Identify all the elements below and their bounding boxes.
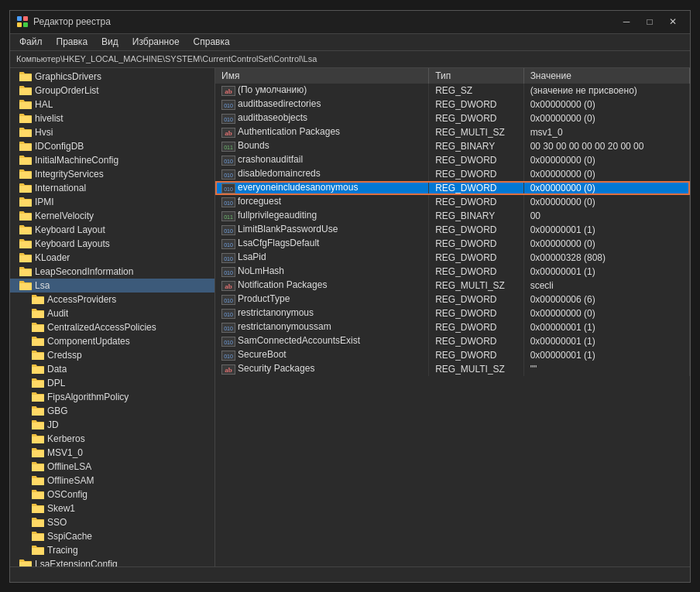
table-row[interactable]: 010LimitBlankPasswordUseREG_DWORD0x00000… bbox=[215, 223, 690, 237]
sidebar-item[interactable]: CentralizedAccessPolicies bbox=[10, 320, 214, 334]
sidebar-item[interactable]: DPL bbox=[10, 376, 214, 390]
sidebar-label: ComponentUpdates bbox=[47, 336, 130, 347]
sidebar-item[interactable]: IntegrityServices bbox=[10, 167, 214, 181]
entry-type: REG_MULTI_SZ bbox=[429, 125, 524, 139]
sidebar-item[interactable]: OSConfig bbox=[10, 488, 214, 501]
table-row[interactable]: 010crashonauditfailREG_DWORD0x00000000 (… bbox=[215, 153, 690, 167]
sidebar-item[interactable]: HAL bbox=[10, 98, 214, 111]
menu-item-избранное[interactable]: Избранное bbox=[126, 35, 186, 49]
sidebar-label: Tracing bbox=[47, 545, 78, 556]
sidebar-label: LsaExtensionConfig bbox=[35, 559, 118, 566]
entry-type: REG_DWORD bbox=[429, 181, 524, 195]
sidebar-item[interactable]: International bbox=[10, 181, 214, 195]
sidebar-label: FipsAlgorithmPolicy bbox=[47, 392, 129, 402]
menu-item-справка[interactable]: Справка bbox=[187, 35, 236, 49]
sidebar-label: DPL bbox=[47, 378, 65, 388]
table-row[interactable]: 010ProductTypeREG_DWORD0x00000006 (6) bbox=[215, 293, 690, 306]
entry-type: REG_DWORD bbox=[429, 153, 524, 167]
sidebar-item[interactable]: Lsa bbox=[10, 279, 214, 293]
sidebar-label: SSO bbox=[47, 517, 67, 528]
table-row[interactable]: 010everyoneincludesanonymousREG_DWORD0x0… bbox=[215, 181, 690, 195]
entry-value: 0x00000000 (0) bbox=[523, 167, 689, 181]
sidebar-item[interactable]: KernelVelocity bbox=[10, 209, 214, 223]
entry-name: 010NoLmHash bbox=[215, 265, 429, 279]
entry-value: 0x00000001 (1) bbox=[523, 223, 689, 237]
sidebar-item[interactable]: Keyboard Layout bbox=[10, 223, 214, 237]
sidebar-item[interactable]: Keyboard Layouts bbox=[10, 237, 214, 251]
sidebar-item[interactable]: KLoader bbox=[10, 251, 214, 265]
menubar: ФайлПравкаВидИзбранноеСправка bbox=[10, 34, 690, 51]
sidebar-item[interactable]: Tracing bbox=[10, 543, 214, 557]
sidebar-item[interactable]: LsaExtensionConfig bbox=[10, 557, 214, 566]
table-row[interactable]: 010auditbasedirectoriesREG_DWORD0x000000… bbox=[215, 98, 690, 111]
sidebar-item[interactable]: OfflineLSA bbox=[10, 460, 214, 474]
table-row[interactable]: abAuthentication PackagesREG_MULTI_SZmsv… bbox=[215, 125, 690, 139]
sidebar-item[interactable]: GBG bbox=[10, 404, 214, 418]
svg-rect-0 bbox=[17, 16, 22, 21]
sidebar-item[interactable]: InitialMachineConfig bbox=[10, 153, 214, 167]
sidebar-item[interactable]: Skew1 bbox=[10, 501, 214, 515]
sidebar-item[interactable]: Hvsi bbox=[10, 125, 214, 139]
entry-value: 0x00000001 (1) bbox=[523, 334, 689, 348]
sidebar-item[interactable]: GroupOrderList bbox=[10, 84, 214, 98]
table-row[interactable]: 010forceguestREG_DWORD0x00000000 (0) bbox=[215, 195, 690, 209]
menu-item-файл[interactable]: Файл bbox=[13, 35, 49, 49]
entry-name: 010restrictanonymoussam bbox=[215, 320, 429, 334]
sidebar-item[interactable]: SspiCache bbox=[10, 529, 214, 543]
table-row[interactable]: 011fullprivilegeauditingREG_BINARY00 bbox=[215, 209, 690, 223]
entry-name: 010auditbaseobjects bbox=[215, 111, 429, 125]
entry-value: 0x00000000 (0) bbox=[523, 306, 689, 320]
sidebar-label: GBG bbox=[47, 406, 68, 416]
entry-type: REG_DWORD bbox=[429, 306, 524, 320]
header-type: Тип bbox=[429, 68, 524, 84]
sidebar[interactable]: GraphicsDrivers GroupOrderList HAL hivel… bbox=[10, 68, 215, 566]
menu-item-правка[interactable]: Правка bbox=[50, 35, 94, 49]
sidebar-item[interactable]: SSO bbox=[10, 515, 214, 529]
sidebar-item[interactable]: OfflineSAM bbox=[10, 474, 214, 488]
sidebar-item[interactable]: ComponentUpdates bbox=[10, 334, 214, 348]
maximize-button[interactable]: □ bbox=[639, 14, 661, 29]
minimize-button[interactable]: ─ bbox=[616, 14, 637, 29]
sidebar-item[interactable]: IDConfigDB bbox=[10, 139, 214, 153]
table-row[interactable]: ab(По умолчанию)REG_SZ(значение не присв… bbox=[215, 84, 690, 98]
sidebar-item[interactable]: IPMI bbox=[10, 195, 214, 209]
sidebar-item[interactable]: AccessProviders bbox=[10, 293, 214, 306]
sidebar-item[interactable]: Data bbox=[10, 362, 214, 376]
entry-value: msv1_0 bbox=[523, 125, 689, 139]
sidebar-item[interactable]: Audit bbox=[10, 306, 214, 320]
sidebar-item[interactable]: JD bbox=[10, 418, 214, 432]
sidebar-label: Skew1 bbox=[47, 503, 75, 514]
table-row[interactable]: 010LsaPidREG_DWORD0x00000328 (808) bbox=[215, 251, 690, 265]
table-row[interactable]: 011BoundsREG_BINARY00 30 00 00 00 00 20 … bbox=[215, 139, 690, 153]
menu-item-вид[interactable]: Вид bbox=[95, 35, 125, 49]
table-row[interactable]: 010LsaCfgFlagsDefaultREG_DWORD0x00000000… bbox=[215, 237, 690, 251]
entry-value: 0x00000001 (1) bbox=[523, 265, 689, 279]
table-row[interactable]: abSecurity PackagesREG_MULTI_SZ"" bbox=[215, 362, 690, 376]
sidebar-label: Hvsi bbox=[35, 127, 53, 138]
sidebar-item[interactable]: LeapSecondInformation bbox=[10, 265, 214, 279]
sidebar-item[interactable]: Credssp bbox=[10, 348, 214, 362]
table-row[interactable]: 010disabledomaincredsREG_DWORD0x00000000… bbox=[215, 167, 690, 181]
table-row[interactable]: 010restrictanonymoussamREG_DWORD0x000000… bbox=[215, 320, 690, 334]
svg-rect-1 bbox=[23, 16, 28, 21]
table-row[interactable]: 010SecureBootREG_DWORD0x00000001 (1) bbox=[215, 348, 690, 362]
entry-type: REG_DWORD bbox=[429, 334, 524, 348]
entry-name: 010crashonauditfail bbox=[215, 153, 429, 167]
sidebar-label: MSV1_0 bbox=[47, 447, 83, 458]
table-row[interactable]: 010restrictanonymousREG_DWORD0x00000000 … bbox=[215, 306, 690, 320]
table-row[interactable]: 010auditbaseobjectsREG_DWORD0x00000000 (… bbox=[215, 111, 690, 125]
right-panel: Имя Тип Значение ab(По умолчанию)REG_SZ(… bbox=[215, 68, 690, 566]
table-row[interactable]: 010SamConnectedAccountsExistREG_DWORD0x0… bbox=[215, 334, 690, 348]
close-button[interactable]: ✕ bbox=[662, 14, 684, 29]
entry-name: abNotification Packages bbox=[215, 279, 429, 293]
sidebar-item[interactable]: GraphicsDrivers bbox=[10, 70, 214, 84]
sidebar-item[interactable]: MSV1_0 bbox=[10, 446, 214, 460]
registry-table[interactable]: Имя Тип Значение ab(По умолчанию)REG_SZ(… bbox=[215, 68, 690, 566]
sidebar-item[interactable]: Kerberos bbox=[10, 432, 214, 446]
table-row[interactable]: abNotification PackagesREG_MULTI_SZscecl… bbox=[215, 279, 690, 293]
sidebar-label: OSConfig bbox=[47, 489, 88, 500]
breadcrumb: Компьютер\HKEY_LOCAL_MACHINE\SYSTEM\Curr… bbox=[10, 51, 690, 68]
table-row[interactable]: 010NoLmHashREG_DWORD0x00000001 (1) bbox=[215, 265, 690, 279]
sidebar-item[interactable]: FipsAlgorithmPolicy bbox=[10, 390, 214, 404]
sidebar-item[interactable]: hivelist bbox=[10, 111, 214, 125]
